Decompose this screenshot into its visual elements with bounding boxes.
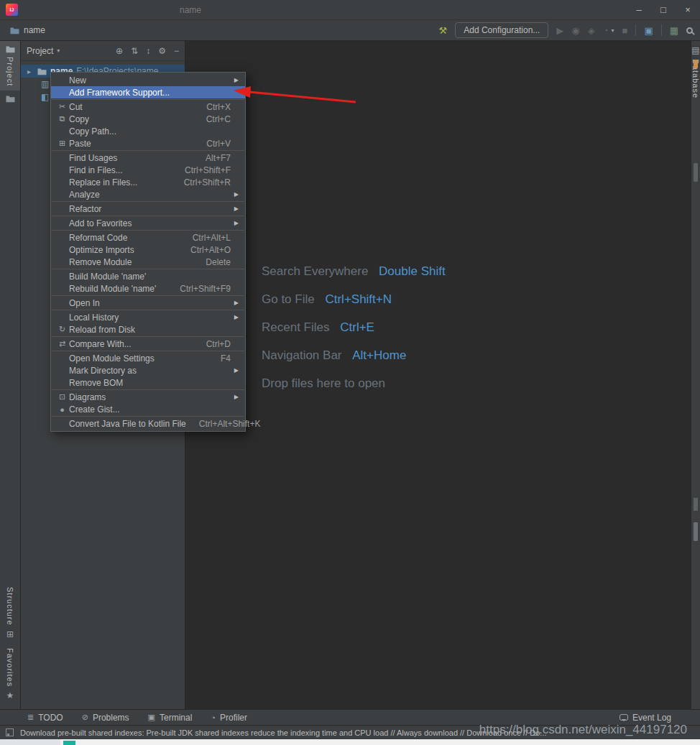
favorites-toolwindow-label: Favorites xyxy=(6,648,14,687)
toolwindow-icon: ▣ xyxy=(148,713,155,722)
context-menu-item[interactable]: Convert Java File to Kotlin File Ctrl+Al… xyxy=(51,417,245,430)
debug-icon[interactable]: ◉ xyxy=(571,26,579,35)
menu-bar-item[interactable] xyxy=(135,0,145,19)
context-menu-item[interactable]: New ▶ xyxy=(51,74,245,86)
context-menu-item[interactable]: Mark Directory as ▶ xyxy=(51,364,245,376)
menu-bar-item[interactable] xyxy=(145,0,155,19)
bottom-toolwindow-button[interactable]: ≣ TODO xyxy=(27,713,63,723)
window-controls: – □ × xyxy=(627,0,700,19)
menu-bar-item[interactable] xyxy=(95,0,105,19)
context-menu-item[interactable]: Analyze ▶ xyxy=(51,188,245,200)
context-menu-item[interactable]: Remove Module Delete xyxy=(51,256,245,268)
toolwindow-button-database[interactable]: ▤ Database xyxy=(691,41,700,103)
profiler-dropdown-arrow-icon[interactable]: ▾ xyxy=(612,27,614,34)
context-menu-item[interactable]: Open In ▶ xyxy=(51,297,245,309)
context-menu-item[interactable]: Add to Favorites ▶ xyxy=(51,217,245,229)
menu-item-label: Diagrams xyxy=(69,392,218,402)
project-structure-icon[interactable]: ▣ xyxy=(644,26,653,35)
context-menu-item[interactable]: ⧉ Copy Ctrl+C xyxy=(51,113,245,125)
run-icon[interactable]: ▶ xyxy=(556,26,563,35)
toolwindow-button-favorites[interactable]: Favorites ★ xyxy=(6,644,14,705)
context-menu-item[interactable]: ✂ Cut Ctrl+X xyxy=(51,101,245,113)
menu-item-label: Analyze xyxy=(69,190,218,200)
menu-bar-item[interactable] xyxy=(45,0,55,19)
bottom-toolwindow-button[interactable]: ◔ Profiler xyxy=(211,713,247,723)
build-hammer-icon[interactable]: ⚒ xyxy=(439,26,448,35)
menu-item-label: Reload from Disk xyxy=(69,325,218,335)
context-menu-item[interactable]: ⇄ Compare With... Ctrl+D xyxy=(51,338,245,350)
context-menu-item[interactable]: Find Usages Alt+F7 xyxy=(51,152,245,164)
chevron-down-icon: ▾ xyxy=(57,47,60,54)
context-menu-item[interactable]: ⊡ Diagrams ▶ xyxy=(51,391,245,403)
add-configuration-button[interactable]: Add Configuration... xyxy=(455,22,548,38)
hide-panel-icon[interactable]: − xyxy=(174,46,179,56)
close-button[interactable]: × xyxy=(676,0,700,19)
submenu-arrow-icon: ▶ xyxy=(231,367,239,374)
event-log-button[interactable]: Event Log xyxy=(620,713,671,723)
bottom-toolwindow-button[interactable]: ⊘ Problems xyxy=(82,713,129,723)
coverage-icon[interactable]: ◈ xyxy=(588,26,595,35)
menu-item-label: Create Gist... xyxy=(69,404,218,415)
menu-bar-item[interactable] xyxy=(125,0,135,19)
menu-item-label: Copy Path... xyxy=(69,126,218,136)
toolwindow-button-folder[interactable] xyxy=(6,91,15,107)
locate-file-icon[interactable]: ⊕ xyxy=(116,46,123,56)
maximize-button[interactable]: □ xyxy=(651,0,676,19)
context-menu-item[interactable]: ↻ Reload from Disk xyxy=(51,323,245,336)
menu-item-label: Build Module 'name' xyxy=(69,272,218,282)
left-tool-stripe: Project Structure ⊞ Favorites ★ xyxy=(0,41,21,709)
event-log-bubble-icon xyxy=(620,714,628,721)
toolwindow-button-project[interactable]: Project xyxy=(0,41,20,91)
main-toolbar: name ⚒ Add Configuration... ▶ ◉ ◈ ◔ ▾ ■ … xyxy=(0,20,700,41)
context-menu-item[interactable]: Find in Files... Ctrl+Shift+F xyxy=(51,164,245,176)
context-menu-item[interactable]: Optimize Imports Ctrl+Alt+O xyxy=(51,244,245,256)
context-menu-item[interactable]: Rebuild Module 'name' Ctrl+Shift+F9 xyxy=(51,282,245,295)
project-view-selector[interactable]: Project ▾ xyxy=(27,46,60,56)
expand-all-icon[interactable]: ↕ xyxy=(146,46,150,56)
window-title: name xyxy=(180,5,201,15)
context-menu-item[interactable]: ⊞ Paste Ctrl+V xyxy=(51,137,245,149)
context-menu-item[interactable]: Build Module 'name' xyxy=(51,270,245,282)
navigation-breadcrumb[interactable]: name xyxy=(10,25,45,35)
menu-bar-item[interactable] xyxy=(85,0,95,19)
menu-bar-item[interactable] xyxy=(75,0,85,19)
context-menu-item[interactable]: Reformat Code Ctrl+Alt+L xyxy=(51,231,245,244)
bottom-toolwindow-button[interactable]: ▣ Terminal xyxy=(148,713,193,723)
context-menu-item[interactable]: Open Module Settings F4 xyxy=(51,352,245,364)
toolwindow-icon: ⊘ xyxy=(82,713,88,722)
context-menu-item[interactable]: Remove BOM xyxy=(51,376,245,389)
toolwindow-button-structure[interactable]: Structure ⊞ xyxy=(6,583,14,644)
context-menu-item[interactable]: Refactor ▶ xyxy=(51,203,245,215)
context-menu-item[interactable]: ● Create Gist... xyxy=(51,403,245,415)
context-menu-item[interactable]: Local History ▶ xyxy=(51,311,245,323)
menu-item-label: Optimize Imports xyxy=(69,245,178,255)
menu-item-shortcut: Ctrl+D xyxy=(206,339,231,349)
structure-icon: ⊞ xyxy=(6,629,14,639)
gear-icon[interactable]: ⚙ xyxy=(158,46,166,56)
context-menu-item[interactable]: Copy Path... xyxy=(51,125,245,137)
folder-icon xyxy=(37,68,47,75)
minimize-button[interactable]: – xyxy=(627,0,651,19)
stop-icon[interactable]: ■ xyxy=(622,26,628,35)
menu-item-label: Add to Favorites xyxy=(69,218,218,228)
menu-item-shortcut: Ctrl+C xyxy=(206,114,231,124)
menu-bar-item[interactable] xyxy=(115,0,125,19)
menu-bar-item[interactable] xyxy=(34,0,45,19)
menu-bar-item[interactable] xyxy=(65,0,75,19)
menu-item-icon: ⇄ xyxy=(55,339,69,348)
chevron-right-icon[interactable]: ▸ xyxy=(27,68,34,75)
layout-icon[interactable]: ▦ xyxy=(670,26,678,35)
context-menu-item[interactable]: Add Framework Support... xyxy=(51,86,245,98)
toolwindow-toggle-icon[interactable] xyxy=(6,728,14,736)
status-message[interactable]: Download pre-built shared indexes: Pre-b… xyxy=(20,728,547,737)
menu-bar-item[interactable] xyxy=(55,0,65,19)
empty-state-action-label: Go to File xyxy=(262,292,315,306)
menu-bar-item[interactable] xyxy=(24,0,34,19)
profiler-icon[interactable]: ◔ xyxy=(603,26,609,35)
collapse-all-icon[interactable]: ⇅ xyxy=(131,46,138,56)
search-icon[interactable] xyxy=(686,27,693,34)
context-menu-item[interactable]: Replace in Files... Ctrl+Shift+R xyxy=(51,176,245,188)
menu-item-icon: ↻ xyxy=(55,325,69,334)
menu-bar-item[interactable] xyxy=(105,0,115,19)
menu-item-label: Remove Module xyxy=(69,257,193,267)
